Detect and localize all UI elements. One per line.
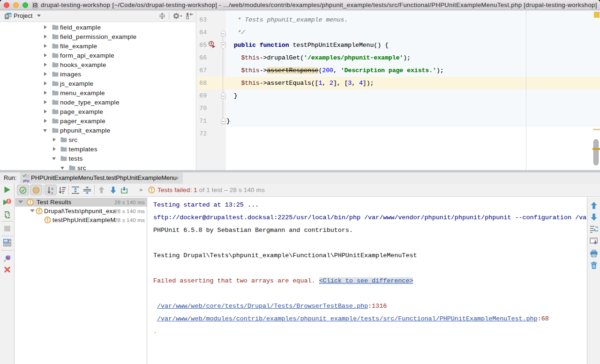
svg-text:z: z [51, 190, 53, 194]
svg-text:php: php [23, 179, 30, 183]
